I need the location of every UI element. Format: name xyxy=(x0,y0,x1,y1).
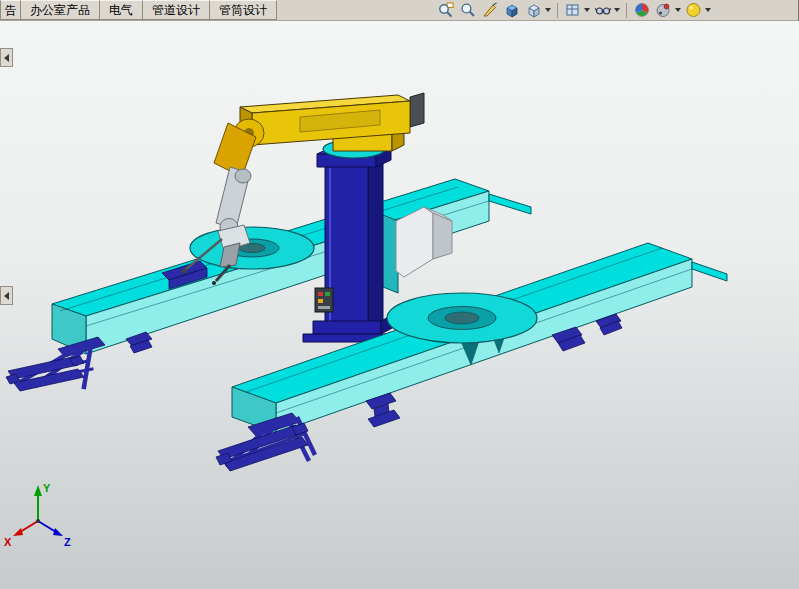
robot-controller[interactable] xyxy=(315,288,333,312)
support-stand-near[interactable] xyxy=(216,413,314,471)
model-scene: Y X Z xyxy=(0,21,799,589)
dropdown-caret xyxy=(614,8,620,12)
apply-scene-icon[interactable] xyxy=(654,0,682,20)
view-orientation-icon[interactable] xyxy=(502,0,522,20)
tab-partial[interactable]: 告 xyxy=(0,0,21,20)
dropdown-caret xyxy=(545,8,551,12)
zoom-to-area-icon[interactable] xyxy=(436,0,456,20)
view-settings-icon[interactable] xyxy=(684,0,712,20)
graphics-area[interactable]: Y X Z xyxy=(0,21,799,589)
section-view-icon[interactable] xyxy=(480,0,500,20)
robot-counterweight[interactable] xyxy=(410,93,424,127)
heads-up-view-toolbar xyxy=(436,0,712,20)
toolbar-separator xyxy=(626,3,627,18)
triad-z-label: Z xyxy=(64,536,71,548)
chevron-left-icon xyxy=(4,292,9,300)
dropdown-caret xyxy=(675,8,681,12)
command-tab-bar: 告 办公室产品 电气 管道设计 管筒设计 xyxy=(0,0,798,21)
dropdown-caret xyxy=(705,8,711,12)
display-style-icon[interactable] xyxy=(524,0,552,20)
corner-bracket[interactable] xyxy=(396,207,452,277)
hide-show-items-icon[interactable] xyxy=(563,0,591,20)
triad-y-label: Y xyxy=(43,482,51,494)
cad-window: 告 办公室产品 电气 管道设计 管筒设计 xyxy=(0,0,799,589)
tab-tube-design[interactable]: 管筒设计 xyxy=(210,0,277,20)
triad-x-label: X xyxy=(4,536,12,548)
chevron-left-icon xyxy=(4,54,9,62)
support-stand-far[interactable] xyxy=(6,337,105,391)
orientation-triad[interactable]: Y X Z xyxy=(4,482,71,548)
tab-office-products[interactable]: 办公室产品 xyxy=(21,0,100,20)
flange-ring-near[interactable] xyxy=(387,293,537,343)
zoom-to-fit-icon[interactable] xyxy=(458,0,478,20)
tab-electrical[interactable]: 电气 xyxy=(100,0,143,20)
flange-ring-far[interactable] xyxy=(190,227,314,269)
panel-collapse-toggle-middle[interactable] xyxy=(0,286,13,305)
toolbar-separator xyxy=(557,3,558,18)
visibility-icon[interactable] xyxy=(593,0,621,20)
dropdown-caret xyxy=(584,8,590,12)
panel-collapse-toggle-top[interactable] xyxy=(0,48,13,67)
edit-appearance-icon[interactable] xyxy=(632,0,652,20)
tab-piping-design[interactable]: 管道设计 xyxy=(143,0,210,20)
